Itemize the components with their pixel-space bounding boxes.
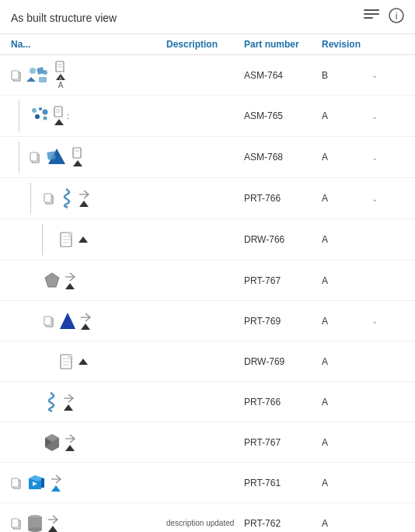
expand-icon[interactable]: ⌄	[371, 153, 378, 162]
table-row[interactable]: : ASM-765 A ⌄	[0, 96, 415, 137]
share-icon	[79, 312, 92, 323]
col-revision[interactable]: Revision	[322, 39, 384, 50]
name-cell	[11, 271, 166, 290]
revision-cell: A	[322, 193, 368, 204]
name-cell: A A	[11, 61, 166, 89]
expand-icon[interactable]: ⌄	[371, 194, 378, 203]
triangle-badge	[78, 358, 89, 366]
header-actions: i	[364, 8, 404, 27]
share-icon	[47, 514, 59, 525]
svg-marker-70	[41, 478, 44, 488]
triangle-badge	[78, 200, 89, 208]
svg-marker-32	[73, 160, 82, 166]
svg-point-21	[44, 117, 47, 121]
share-icon	[64, 433, 76, 444]
copy-icon	[11, 69, 23, 82]
col-part-number[interactable]: Part number	[244, 39, 322, 50]
table-row[interactable]: PRT-767 A	[0, 261, 415, 301]
part-number-cell: PRT-766	[244, 193, 322, 204]
revision-cell: A	[322, 152, 368, 163]
name-cell	[11, 312, 166, 331]
svg-rect-42	[68, 233, 71, 236]
name-cell: :	[11, 100, 166, 131]
box-icon	[26, 474, 47, 492]
table-row[interactable]: PRT-766 A ⌄	[0, 178, 415, 219]
name-label: A	[58, 81, 64, 89]
scatter-icon	[30, 106, 51, 126]
triangle-badge	[63, 404, 74, 411]
name-cell	[11, 513, 166, 533]
expand-icon[interactable]: ⌄	[371, 317, 378, 325]
header: As built structure view i	[0, 0, 415, 34]
drawing-icon	[59, 354, 75, 369]
page-title: As built structure view	[11, 12, 117, 24]
share-icon	[78, 189, 90, 200]
svg-rect-27	[30, 152, 37, 161]
svg-rect-6	[12, 71, 19, 79]
part-number-cell: DRW-769	[244, 356, 322, 367]
copy-icon	[44, 192, 56, 205]
revision-cell: B	[322, 70, 368, 81]
svg-marker-52	[81, 324, 90, 330]
table-row[interactable]: PRT-761 A	[0, 463, 415, 503]
svg-marker-78	[48, 526, 58, 532]
table-row[interactable]: DRW-766 A	[0, 219, 415, 261]
svg-point-7	[30, 68, 36, 74]
column-headers: Na... Description Part number Revision	[0, 34, 415, 55]
table-row[interactable]: PRT-767 A	[0, 422, 415, 463]
menu-icon[interactable]	[364, 9, 379, 26]
part-number-cell: PRT-766	[244, 397, 322, 408]
table-row[interactable]: PRT-769 A ⌄	[0, 301, 415, 341]
revision-cell: A	[322, 478, 368, 488]
svg-rect-30	[73, 148, 81, 158]
prism-icon	[44, 271, 61, 290]
name-cell	[11, 433, 166, 452]
svg-rect-34	[44, 194, 51, 202]
table-row[interactable]: description updated PRT-762 A	[0, 503, 415, 532]
revision-cell: A	[322, 316, 368, 327]
revision-cell: A	[322, 234, 368, 245]
name-cell	[11, 224, 166, 255]
table-row[interactable]: PRT-766 A	[0, 382, 415, 422]
table-row[interactable]: ASM-768 A ⌄	[0, 137, 415, 178]
name-cell	[11, 183, 166, 214]
part-number-cell: ASM-764	[244, 70, 322, 81]
share-icon	[62, 393, 75, 404]
name-cell	[11, 392, 166, 412]
copy-icon	[11, 477, 23, 489]
colon-label: :	[67, 111, 69, 121]
expand-icon[interactable]: ⌄	[371, 112, 378, 121]
spring-icon	[59, 188, 75, 208]
expand-icon[interactable]: ⌄	[371, 71, 378, 79]
svg-rect-29	[47, 151, 56, 160]
revision-cell: A	[322, 397, 368, 408]
col-name[interactable]: Na...	[11, 39, 166, 50]
svg-point-77	[28, 527, 42, 532]
part-number-cell: PRT-767	[244, 275, 322, 286]
table-row[interactable]: DRW-769 A	[0, 341, 415, 382]
doc-icon	[71, 147, 84, 159]
info-icon[interactable]: i	[389, 8, 404, 27]
svg-marker-61	[64, 404, 73, 411]
spring-icon	[44, 392, 59, 412]
svg-point-17	[32, 108, 37, 113]
revision-cell: A	[322, 110, 368, 121]
assembly-icon	[26, 65, 51, 86]
name-cell	[11, 474, 166, 492]
table-row[interactable]: A A ASM-764 B ⌄	[0, 55, 415, 96]
svg-marker-65	[65, 445, 75, 451]
name-cell	[11, 142, 166, 173]
copy-icon	[30, 151, 42, 163]
assembly2-icon	[45, 147, 68, 167]
triangle-badge	[80, 323, 91, 331]
svg-point-19	[43, 110, 48, 115]
triangle-badge-blue	[51, 485, 61, 492]
doc-icon	[53, 106, 65, 118]
share-icon	[50, 474, 62, 485]
svg-marker-50	[60, 313, 75, 329]
prism-dark-icon	[44, 433, 61, 452]
col-description[interactable]: Description	[166, 39, 244, 50]
svg-rect-57	[68, 355, 71, 358]
svg-rect-74	[12, 519, 19, 527]
triangle-badge	[72, 159, 83, 167]
